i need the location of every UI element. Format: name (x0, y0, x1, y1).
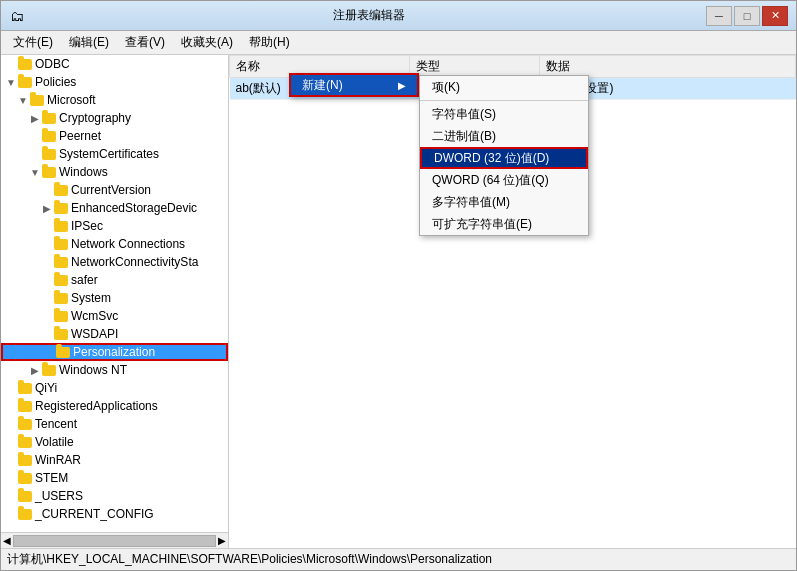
tree-item-odbc[interactable]: ODBC (1, 55, 228, 73)
tree-item-wsdapi[interactable]: WSDAPI (1, 325, 228, 343)
tree-item-wcmsvc[interactable]: WcmSvc (1, 307, 228, 325)
folder-icon-enhancedstorage (53, 201, 69, 215)
menu-favorites[interactable]: 收藏夹(A) (173, 32, 241, 53)
submenu-item-dword[interactable]: DWORD (32 位)值(D) (420, 147, 588, 169)
toggle-winrar (5, 454, 17, 466)
tree-item-policies[interactable]: ▼ Policies (1, 73, 228, 91)
toggle-current-config (5, 508, 17, 520)
maximize-button[interactable]: □ (734, 6, 760, 26)
folder-icon-windows (41, 165, 57, 179)
context-menu-item-new[interactable]: 新建(N) ▶ (290, 74, 418, 96)
tree-label-registeredapps: RegisteredApplications (35, 399, 158, 413)
folder-icon-personalization (55, 345, 71, 359)
toggle-windows: ▼ (29, 166, 41, 178)
close-button[interactable]: ✕ (762, 6, 788, 26)
folder-icon-currentversion (53, 183, 69, 197)
registry-editor-window: 🗂 注册表编辑器 ─ □ ✕ 文件(E) 编辑(E) 查看(V) 收藏夹(A) … (0, 0, 797, 571)
toggle-odbc (5, 58, 17, 70)
tree-scroll[interactable]: ODBC ▼ Policies ▼ Microsoft ▶ Cryptograp… (1, 55, 228, 532)
toggle-cryptography: ▶ (29, 112, 41, 124)
tree-label-windows: Windows (59, 165, 108, 179)
tree-label-peernet: Peernet (59, 129, 101, 143)
tree-item-currentversion[interactable]: CurrentVersion (1, 181, 228, 199)
folder-icon-networkconnectivity (53, 255, 69, 269)
menu-bar: 文件(E) 编辑(E) 查看(V) 收藏夹(A) 帮助(H) (1, 31, 796, 55)
tree-label-policies: Policies (35, 75, 76, 89)
toggle-networkconnectivity (41, 256, 53, 268)
toggle-stem (5, 472, 17, 484)
tree-label-stem: STEM (35, 471, 68, 485)
submenu-item-binary[interactable]: 二进制值(B) (420, 125, 588, 147)
minimize-button[interactable]: ─ (706, 6, 732, 26)
window-title: 注册表编辑器 (31, 7, 706, 24)
tree-item-personalization[interactable]: Personalization (1, 343, 228, 361)
scroll-left-arrow[interactable]: ◀ (3, 535, 11, 546)
folder-icon-windowsnt (41, 363, 57, 377)
toggle-systemcerts (29, 148, 41, 160)
tree-label-cryptography: Cryptography (59, 111, 131, 125)
folder-icon-stem (17, 471, 33, 485)
folder-icon-users (17, 489, 33, 503)
tree-item-microsoft[interactable]: ▼ Microsoft (1, 91, 228, 109)
menu-file[interactable]: 文件(E) (5, 32, 61, 53)
toggle-ipsec (41, 220, 53, 232)
tree-horizontal-scrollbar[interactable]: ◀ ▶ (1, 532, 228, 548)
tree-label-volatile: Volatile (35, 435, 74, 449)
tree-item-cryptography[interactable]: ▶ Cryptography (1, 109, 228, 127)
scroll-thumb[interactable] (13, 535, 216, 547)
folder-icon-current-config (17, 507, 33, 521)
tree-item-safer[interactable]: safer (1, 271, 228, 289)
menu-view[interactable]: 查看(V) (117, 32, 173, 53)
folder-icon-cryptography (41, 111, 57, 125)
context-arrow-icon: ▶ (398, 80, 406, 91)
tree-item-windows[interactable]: ▼ Windows (1, 163, 228, 181)
toggle-currentversion (41, 184, 53, 196)
submenu-item-key[interactable]: 项(K) (420, 76, 588, 98)
context-new-label: 新建(N) (302, 77, 343, 94)
tree-item-volatile[interactable]: Volatile (1, 433, 228, 451)
toggle-wcmsvc (41, 310, 53, 322)
tree-item-networkconnectivity[interactable]: NetworkConnectivitySta (1, 253, 228, 271)
tree-label-systemcerts: SystemCertificates (59, 147, 159, 161)
tree-item-qiyi[interactable]: QiYi (1, 379, 228, 397)
tree-label-tencent: Tencent (35, 417, 77, 431)
toggle-system (41, 292, 53, 304)
tree-item-tencent[interactable]: Tencent (1, 415, 228, 433)
tree-label-networkconnectivity: NetworkConnectivitySta (71, 255, 198, 269)
folder-icon-wcmsvc (53, 309, 69, 323)
tree-label-system: System (71, 291, 111, 305)
tree-label-winrar: WinRAR (35, 453, 81, 467)
tree-item-winrar[interactable]: WinRAR (1, 451, 228, 469)
tree-item-systemcerts[interactable]: SystemCertificates (1, 145, 228, 163)
status-bar: 计算机\HKEY_LOCAL_MACHINE\SOFTWARE\Policies… (1, 548, 796, 570)
tree-label-users: _USERS (35, 489, 83, 503)
tree-item-ipsec[interactable]: IPSec (1, 217, 228, 235)
folder-icon-network-connections (53, 237, 69, 251)
toggle-windowsnt: ▶ (29, 364, 41, 376)
menu-help[interactable]: 帮助(H) (241, 32, 298, 53)
tree-label-current-config: _CURRENT_CONFIG (35, 507, 154, 521)
tree-item-peernet[interactable]: Peernet (1, 127, 228, 145)
menu-edit[interactable]: 编辑(E) (61, 32, 117, 53)
tree-item-network-connections[interactable]: Network Connections (1, 235, 228, 253)
toggle-network-connections (41, 238, 53, 250)
scroll-right-arrow[interactable]: ▶ (218, 535, 226, 546)
submenu-item-string[interactable]: 字符串值(S) (420, 103, 588, 125)
tree-item-enhancedstorage[interactable]: ▶ EnhancedStorageDevic (1, 199, 228, 217)
folder-icon-ipsec (53, 219, 69, 233)
tree-label-safer: safer (71, 273, 98, 287)
tree-item-current-config[interactable]: _CURRENT_CONFIG (1, 505, 228, 523)
submenu-item-expandstring[interactable]: 可扩充字符串值(E) (420, 213, 588, 235)
tree-item-system[interactable]: System (1, 289, 228, 307)
toggle-policies: ▼ (5, 76, 17, 88)
submenu-item-qword[interactable]: QWORD (64 位)值(Q) (420, 169, 588, 191)
submenu: 项(K) 字符串值(S) 二进制值(B) DWORD (32 位)值(D) QW… (419, 75, 589, 236)
tree-item-stem[interactable]: STEM (1, 469, 228, 487)
toggle-enhancedstorage: ▶ (41, 202, 53, 214)
tree-item-users[interactable]: _USERS (1, 487, 228, 505)
submenu-item-multistring[interactable]: 多字符串值(M) (420, 191, 588, 213)
toggle-peernet (29, 130, 41, 142)
tree-item-registeredapps[interactable]: RegisteredApplications (1, 397, 228, 415)
tree-label-currentversion: CurrentVersion (71, 183, 151, 197)
tree-item-windowsnt[interactable]: ▶ Windows NT (1, 361, 228, 379)
